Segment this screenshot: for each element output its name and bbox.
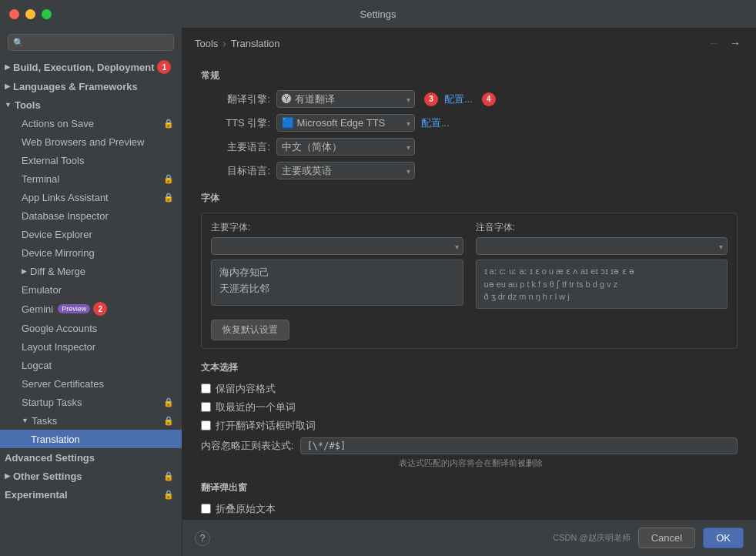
search-bar: 🔍 bbox=[0, 28, 182, 57]
lock-icon: 🔒 bbox=[163, 397, 174, 407]
chevron-right-icon: ▶ bbox=[5, 63, 10, 71]
checkbox-label-1: 保留内容格式 bbox=[216, 382, 276, 396]
sidebar-item-web-browsers[interactable]: Web Browsers and Preview bbox=[0, 132, 182, 151]
bottom-left: ? bbox=[195, 531, 210, 546]
primary-font-select[interactable] bbox=[211, 237, 463, 255]
sidebar-item-layout-inspector[interactable]: Layout Inspector bbox=[0, 337, 182, 356]
popup-checkbox-row-1: 折叠原始文本 bbox=[201, 502, 738, 516]
sidebar-item-app-links[interactable]: App Links Assistant 🔒 bbox=[0, 188, 182, 206]
sidebar-list: ▶ Build, Execution, Deployment 1 ▶ Langu… bbox=[0, 57, 182, 556]
general-section-title: 常规 bbox=[201, 69, 738, 82]
primary-language-select[interactable]: 中文（简体） bbox=[276, 138, 415, 156]
phonetic-font-select[interactable] bbox=[476, 237, 728, 255]
phonetic-font-label: 注音字体: bbox=[476, 221, 728, 234]
tts-engine-select-wrap: 🟦 Microsoft Edge TTS ▾ bbox=[276, 114, 415, 132]
target-language-label: 目标语言: bbox=[201, 164, 270, 178]
checkbox-take-word-on-open[interactable] bbox=[201, 420, 211, 430]
bottom-bar: ? CSDN @赵庆明老师 Cancel OK bbox=[182, 519, 756, 556]
target-language-select[interactable]: 主要或英语 bbox=[276, 162, 415, 179]
sidebar-item-label: Languages & Frameworks bbox=[13, 81, 138, 92]
tts-engine-select[interactable]: 🟦 Microsoft Edge TTS bbox=[276, 114, 415, 132]
nav-arrows: ← → bbox=[705, 35, 744, 51]
text-selection-section-title: 文本选择 bbox=[201, 361, 738, 374]
nav-back-arrow[interactable]: ← bbox=[705, 35, 722, 51]
translation-engine-config-link[interactable]: 配置... bbox=[444, 92, 473, 106]
sidebar-item-build[interactable]: ▶ Build, Execution, Deployment 1 bbox=[0, 57, 182, 77]
help-button[interactable]: ? bbox=[195, 531, 210, 546]
sidebar-item-label: Google Accounts bbox=[22, 323, 97, 334]
popup-section-title: 翻译弹出窗 bbox=[201, 481, 738, 494]
sidebar-item-experimental[interactable]: Experimental 🔒 bbox=[0, 485, 182, 504]
sidebar-item-label: Tasks bbox=[32, 415, 57, 427]
sidebar-item-other-settings[interactable]: ▶ Other Settings 🔒 bbox=[0, 467, 182, 485]
nav-forward-arrow[interactable]: → bbox=[727, 35, 744, 51]
sidebar-item-logcat[interactable]: Logcat bbox=[0, 356, 182, 374]
target-language-row: 目标语言: 主要或英语 ▾ bbox=[201, 162, 738, 179]
sidebar-item-diff-merge[interactable]: ▶ Diff & Merge bbox=[0, 262, 182, 280]
checkbox-row-2: 取最近的一个单词 bbox=[201, 400, 738, 414]
content-area: Tools › Translation ← → 常规 翻译引擎: 🅨 有道翻译 … bbox=[182, 28, 756, 556]
tts-engine-label: TTS 引擎: bbox=[201, 116, 270, 130]
sidebar-item-actions-on-save[interactable]: Actions on Save 🔒 bbox=[0, 114, 182, 132]
breadcrumb-parent: Tools bbox=[195, 38, 218, 49]
popup-checkbox-label-1: 折叠原始文本 bbox=[216, 502, 276, 516]
tts-engine-row: TTS 引擎: 🟦 Microsoft Edge TTS ▾ 配置... bbox=[201, 114, 738, 132]
sidebar-item-translation[interactable]: Translation bbox=[0, 430, 182, 448]
phonetic-font-select-wrap: ▾ bbox=[476, 237, 728, 255]
sidebar-item-label: Terminal bbox=[22, 173, 59, 185]
annotation-2: 2 bbox=[93, 302, 107, 316]
title-bar: Settings bbox=[0, 0, 756, 28]
sidebar-item-label: Other Settings bbox=[13, 471, 82, 482]
translation-engine-select[interactable]: 🅨 有道翻译 bbox=[276, 90, 415, 108]
breadcrumb-separator: › bbox=[222, 38, 226, 49]
sidebar-item-gemini[interactable]: Gemini Preview 2 bbox=[0, 299, 182, 319]
breadcrumb-current: Translation bbox=[231, 38, 280, 49]
preview-badge: Preview bbox=[58, 304, 90, 313]
tts-engine-config-link[interactable]: 配置... bbox=[421, 116, 450, 130]
translation-engine-label: 翻译引擎: bbox=[201, 92, 270, 106]
lock-icon: 🔒 bbox=[163, 490, 174, 500]
sidebar-item-device-explorer[interactable]: Device Explorer bbox=[0, 225, 182, 243]
primary-language-select-wrap: 中文（简体） ▾ bbox=[276, 138, 415, 156]
restore-defaults-button[interactable]: 恢复默认设置 bbox=[211, 320, 289, 340]
regex-row: 内容忽略正则表达式: bbox=[201, 437, 738, 454]
sidebar-item-tasks[interactable]: ▼ Tasks 🔒 bbox=[0, 411, 182, 430]
minimize-button[interactable] bbox=[25, 9, 35, 19]
sidebar-item-server-certificates[interactable]: Server Certificates bbox=[0, 374, 182, 393]
sidebar-item-google-accounts[interactable]: Google Accounts bbox=[0, 319, 182, 337]
sidebar-item-startup-tasks[interactable]: Startup Tasks 🔒 bbox=[0, 393, 182, 411]
sidebar-item-label: Layout Inspector bbox=[22, 341, 95, 353]
bottom-right: CSDN @赵庆明老师 Cancel OK bbox=[553, 528, 744, 548]
maximize-button[interactable] bbox=[42, 9, 52, 19]
translation-engine-row: 翻译引擎: 🅨 有道翻译 ▾ 3 配置... 4 bbox=[201, 90, 738, 108]
sidebar-item-terminal[interactable]: Terminal 🔒 bbox=[0, 169, 182, 188]
primary-font-select-wrap: ▾ bbox=[211, 237, 463, 255]
primary-font-col: 主要字体: ▾ 海内存知己 天涯若比邻 bbox=[211, 221, 463, 309]
chevron-right-icon: ▶ bbox=[5, 82, 10, 90]
content-header: Tools › Translation ← → bbox=[182, 28, 756, 57]
sidebar-item-tools[interactable]: ▼ Tools bbox=[0, 95, 182, 114]
font-section: 主要字体: ▾ 海内存知己 天涯若比邻 注音字体: bbox=[201, 213, 738, 349]
preview-line2: 天涯若比邻 bbox=[219, 283, 269, 294]
sidebar-item-external-tools[interactable]: External Tools bbox=[0, 151, 182, 169]
regex-input[interactable] bbox=[300, 437, 738, 454]
checkbox-fold-original[interactable] bbox=[201, 504, 211, 514]
sidebar-item-device-mirroring[interactable]: Device Mirroring bbox=[0, 243, 182, 262]
traffic-lights[interactable] bbox=[9, 9, 52, 19]
sidebar-item-advanced-settings[interactable]: Advanced Settings bbox=[0, 448, 182, 467]
preview-line1: 海内存知己 bbox=[219, 266, 269, 278]
watermark-text: CSDN @赵庆明老师 bbox=[553, 532, 630, 544]
annotation-1: 1 bbox=[157, 60, 171, 74]
sidebar-item-label: Advanced Settings bbox=[5, 452, 95, 464]
checkbox-preserve-format[interactable] bbox=[201, 384, 211, 394]
sidebar-item-database-inspector[interactable]: Database Inspector bbox=[0, 206, 182, 225]
search-input[interactable] bbox=[8, 34, 174, 51]
checkbox-nearest-word[interactable] bbox=[201, 402, 211, 412]
ok-button[interactable]: OK bbox=[703, 528, 744, 548]
chevron-down-icon: ▼ bbox=[5, 101, 12, 109]
sidebar-item-languages[interactable]: ▶ Languages & Frameworks bbox=[0, 77, 182, 95]
sidebar-item-emulator[interactable]: Emulator bbox=[0, 280, 182, 299]
close-button[interactable] bbox=[9, 9, 19, 19]
cancel-button[interactable]: Cancel bbox=[638, 528, 695, 548]
annotation-3: 3 bbox=[424, 92, 438, 106]
